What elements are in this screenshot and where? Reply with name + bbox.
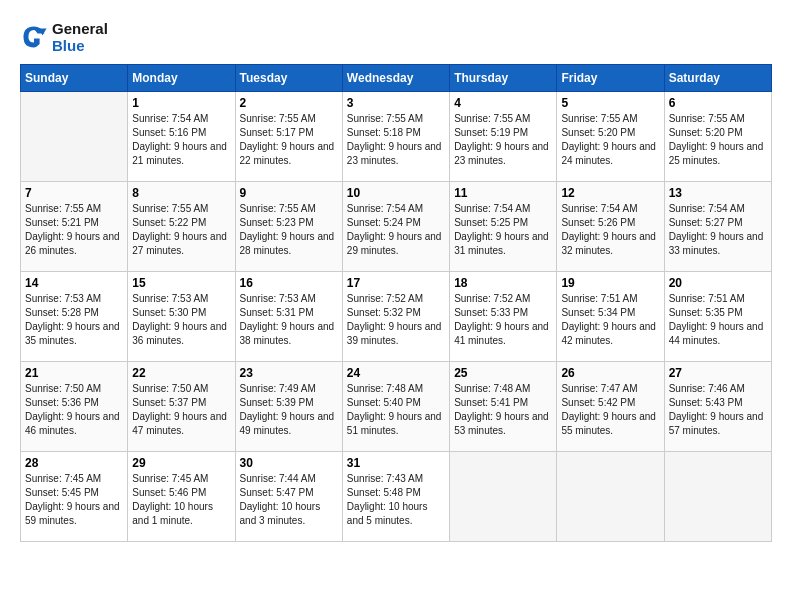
day-info: Sunrise: 7:48 AMSunset: 5:41 PMDaylight:…	[454, 382, 552, 438]
day-number: 5	[561, 96, 659, 110]
day-number: 1	[132, 96, 230, 110]
day-info: Sunrise: 7:51 AMSunset: 5:34 PMDaylight:…	[561, 292, 659, 348]
day-info: Sunrise: 7:55 AMSunset: 5:21 PMDaylight:…	[25, 202, 123, 258]
day-number: 31	[347, 456, 445, 470]
day-info: Sunrise: 7:52 AMSunset: 5:32 PMDaylight:…	[347, 292, 445, 348]
calendar-cell: 4Sunrise: 7:55 AMSunset: 5:19 PMDaylight…	[450, 92, 557, 182]
calendar-week-row: 28Sunrise: 7:45 AMSunset: 5:45 PMDayligh…	[21, 452, 772, 542]
calendar-cell: 24Sunrise: 7:48 AMSunset: 5:40 PMDayligh…	[342, 362, 449, 452]
calendar-cell: 25Sunrise: 7:48 AMSunset: 5:41 PMDayligh…	[450, 362, 557, 452]
page-header: General Blue	[20, 20, 772, 54]
column-header-saturday: Saturday	[664, 65, 771, 92]
calendar-cell	[557, 452, 664, 542]
calendar-cell: 16Sunrise: 7:53 AMSunset: 5:31 PMDayligh…	[235, 272, 342, 362]
day-info: Sunrise: 7:48 AMSunset: 5:40 PMDaylight:…	[347, 382, 445, 438]
day-info: Sunrise: 7:54 AMSunset: 5:27 PMDaylight:…	[669, 202, 767, 258]
calendar-table: SundayMondayTuesdayWednesdayThursdayFrid…	[20, 64, 772, 542]
day-info: Sunrise: 7:53 AMSunset: 5:30 PMDaylight:…	[132, 292, 230, 348]
calendar-cell: 22Sunrise: 7:50 AMSunset: 5:37 PMDayligh…	[128, 362, 235, 452]
day-number: 3	[347, 96, 445, 110]
calendar-cell: 8Sunrise: 7:55 AMSunset: 5:22 PMDaylight…	[128, 182, 235, 272]
day-number: 12	[561, 186, 659, 200]
day-info: Sunrise: 7:44 AMSunset: 5:47 PMDaylight:…	[240, 472, 338, 528]
calendar-cell: 20Sunrise: 7:51 AMSunset: 5:35 PMDayligh…	[664, 272, 771, 362]
calendar-cell: 13Sunrise: 7:54 AMSunset: 5:27 PMDayligh…	[664, 182, 771, 272]
calendar-week-row: 7Sunrise: 7:55 AMSunset: 5:21 PMDaylight…	[21, 182, 772, 272]
calendar-cell: 29Sunrise: 7:45 AMSunset: 5:46 PMDayligh…	[128, 452, 235, 542]
day-number: 9	[240, 186, 338, 200]
calendar-cell: 21Sunrise: 7:50 AMSunset: 5:36 PMDayligh…	[21, 362, 128, 452]
logo-text: General Blue	[52, 20, 108, 54]
calendar-cell: 26Sunrise: 7:47 AMSunset: 5:42 PMDayligh…	[557, 362, 664, 452]
day-number: 23	[240, 366, 338, 380]
calendar-cell: 14Sunrise: 7:53 AMSunset: 5:28 PMDayligh…	[21, 272, 128, 362]
day-info: Sunrise: 7:51 AMSunset: 5:35 PMDaylight:…	[669, 292, 767, 348]
calendar-cell: 9Sunrise: 7:55 AMSunset: 5:23 PMDaylight…	[235, 182, 342, 272]
day-info: Sunrise: 7:55 AMSunset: 5:17 PMDaylight:…	[240, 112, 338, 168]
calendar-cell	[450, 452, 557, 542]
day-number: 17	[347, 276, 445, 290]
day-info: Sunrise: 7:55 AMSunset: 5:20 PMDaylight:…	[561, 112, 659, 168]
calendar-cell: 23Sunrise: 7:49 AMSunset: 5:39 PMDayligh…	[235, 362, 342, 452]
calendar-cell: 5Sunrise: 7:55 AMSunset: 5:20 PMDaylight…	[557, 92, 664, 182]
calendar-cell	[664, 452, 771, 542]
calendar-cell: 30Sunrise: 7:44 AMSunset: 5:47 PMDayligh…	[235, 452, 342, 542]
day-number: 24	[347, 366, 445, 380]
day-number: 21	[25, 366, 123, 380]
day-info: Sunrise: 7:47 AMSunset: 5:42 PMDaylight:…	[561, 382, 659, 438]
day-number: 15	[132, 276, 230, 290]
calendar-cell: 11Sunrise: 7:54 AMSunset: 5:25 PMDayligh…	[450, 182, 557, 272]
calendar-cell	[21, 92, 128, 182]
day-info: Sunrise: 7:55 AMSunset: 5:22 PMDaylight:…	[132, 202, 230, 258]
column-header-wednesday: Wednesday	[342, 65, 449, 92]
day-number: 4	[454, 96, 552, 110]
day-number: 13	[669, 186, 767, 200]
day-number: 26	[561, 366, 659, 380]
day-number: 20	[669, 276, 767, 290]
calendar-cell: 2Sunrise: 7:55 AMSunset: 5:17 PMDaylight…	[235, 92, 342, 182]
day-info: Sunrise: 7:45 AMSunset: 5:45 PMDaylight:…	[25, 472, 123, 528]
day-number: 8	[132, 186, 230, 200]
day-info: Sunrise: 7:54 AMSunset: 5:26 PMDaylight:…	[561, 202, 659, 258]
day-info: Sunrise: 7:55 AMSunset: 5:20 PMDaylight:…	[669, 112, 767, 168]
column-header-thursday: Thursday	[450, 65, 557, 92]
calendar-cell: 19Sunrise: 7:51 AMSunset: 5:34 PMDayligh…	[557, 272, 664, 362]
calendar-cell: 6Sunrise: 7:55 AMSunset: 5:20 PMDaylight…	[664, 92, 771, 182]
day-number: 22	[132, 366, 230, 380]
day-number: 30	[240, 456, 338, 470]
calendar-cell: 18Sunrise: 7:52 AMSunset: 5:33 PMDayligh…	[450, 272, 557, 362]
logo: General Blue	[20, 20, 108, 54]
day-info: Sunrise: 7:53 AMSunset: 5:31 PMDaylight:…	[240, 292, 338, 348]
calendar-header-row: SundayMondayTuesdayWednesdayThursdayFrid…	[21, 65, 772, 92]
day-number: 7	[25, 186, 123, 200]
calendar-cell: 10Sunrise: 7:54 AMSunset: 5:24 PMDayligh…	[342, 182, 449, 272]
calendar-cell: 12Sunrise: 7:54 AMSunset: 5:26 PMDayligh…	[557, 182, 664, 272]
day-number: 16	[240, 276, 338, 290]
calendar-cell: 1Sunrise: 7:54 AMSunset: 5:16 PMDaylight…	[128, 92, 235, 182]
day-info: Sunrise: 7:49 AMSunset: 5:39 PMDaylight:…	[240, 382, 338, 438]
day-info: Sunrise: 7:50 AMSunset: 5:37 PMDaylight:…	[132, 382, 230, 438]
calendar-week-row: 1Sunrise: 7:54 AMSunset: 5:16 PMDaylight…	[21, 92, 772, 182]
day-number: 25	[454, 366, 552, 380]
day-number: 10	[347, 186, 445, 200]
day-info: Sunrise: 7:54 AMSunset: 5:25 PMDaylight:…	[454, 202, 552, 258]
day-info: Sunrise: 7:54 AMSunset: 5:16 PMDaylight:…	[132, 112, 230, 168]
day-info: Sunrise: 7:52 AMSunset: 5:33 PMDaylight:…	[454, 292, 552, 348]
day-info: Sunrise: 7:54 AMSunset: 5:24 PMDaylight:…	[347, 202, 445, 258]
calendar-cell: 28Sunrise: 7:45 AMSunset: 5:45 PMDayligh…	[21, 452, 128, 542]
day-info: Sunrise: 7:50 AMSunset: 5:36 PMDaylight:…	[25, 382, 123, 438]
day-number: 18	[454, 276, 552, 290]
day-number: 2	[240, 96, 338, 110]
day-number: 29	[132, 456, 230, 470]
day-info: Sunrise: 7:45 AMSunset: 5:46 PMDaylight:…	[132, 472, 230, 528]
calendar-week-row: 21Sunrise: 7:50 AMSunset: 5:36 PMDayligh…	[21, 362, 772, 452]
day-info: Sunrise: 7:55 AMSunset: 5:23 PMDaylight:…	[240, 202, 338, 258]
day-info: Sunrise: 7:43 AMSunset: 5:48 PMDaylight:…	[347, 472, 445, 528]
day-number: 27	[669, 366, 767, 380]
day-number: 28	[25, 456, 123, 470]
day-number: 6	[669, 96, 767, 110]
calendar-cell: 27Sunrise: 7:46 AMSunset: 5:43 PMDayligh…	[664, 362, 771, 452]
column-header-friday: Friday	[557, 65, 664, 92]
day-info: Sunrise: 7:55 AMSunset: 5:18 PMDaylight:…	[347, 112, 445, 168]
day-info: Sunrise: 7:46 AMSunset: 5:43 PMDaylight:…	[669, 382, 767, 438]
